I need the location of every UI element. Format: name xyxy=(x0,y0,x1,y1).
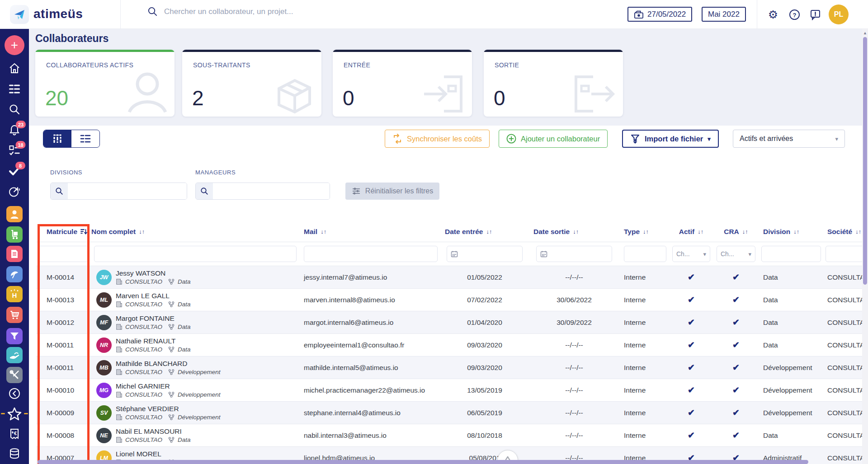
sort-icon: ↓↑ xyxy=(321,228,326,235)
date-picker-label: 27/05/2022 xyxy=(647,10,686,19)
search-input[interactable] xyxy=(164,7,417,16)
feedback-bubble-icon xyxy=(810,9,821,20)
column-header-matricule[interactable]: Matricule xyxy=(36,228,91,236)
feedback-button[interactable] xyxy=(809,8,821,21)
file-import-button[interactable]: Import de fichier ▾ xyxy=(622,130,719,148)
table-row[interactable]: M-00011 NR Nathalie RENAULT xyxy=(36,334,868,356)
actif-cell: ✔ xyxy=(669,408,713,418)
sidebar-item-tasks[interactable]: 18 xyxy=(9,145,21,156)
column-header-nom-complet[interactable]: Nom complet ↓↑ xyxy=(91,228,299,236)
sort-filter-icon xyxy=(80,228,87,235)
table-row[interactable]: M-00012 MF Margot FONTAINE xyxy=(36,311,868,334)
column-header-division[interactable]: Division ↓↑ xyxy=(759,228,823,236)
document-icon xyxy=(10,249,19,259)
sidebar-item-documents[interactable] xyxy=(6,246,23,262)
date-picker-button[interactable]: 27/05/2022 xyxy=(627,7,692,22)
sync-costs-button[interactable]: Synchroniser les coûts xyxy=(385,130,490,148)
table-row[interactable]: M-00008 NE Nabil EL MANSOURI xyxy=(36,424,868,447)
settings-button[interactable]: ⚙ xyxy=(767,8,779,21)
exit-watermark-icon xyxy=(571,72,617,114)
sidebar-item-absences[interactable] xyxy=(6,266,23,282)
month-picker-button[interactable]: Mai 2022 xyxy=(702,7,746,22)
column-header-date-sortie[interactable]: Date sortie ↓↑ xyxy=(529,228,619,236)
sidebar-item-logistics[interactable] xyxy=(6,226,23,243)
select-placeholder: Ch... xyxy=(721,250,734,258)
column-label: Actif xyxy=(679,228,694,236)
team-name: Développement xyxy=(178,414,221,421)
column-label: Division xyxy=(763,228,790,236)
global-search[interactable] xyxy=(147,6,417,17)
receipt-euro-icon: € xyxy=(9,428,20,440)
column-header-type[interactable]: Type ↓↑ xyxy=(619,228,669,236)
avatar-initials: NE xyxy=(100,432,108,439)
sort-icon: ↓↑ xyxy=(643,228,649,235)
sidebar-item-reports[interactable] xyxy=(9,186,21,198)
matricule-cell: M-00011 xyxy=(36,341,91,349)
chevron-down-icon: ▾ xyxy=(748,251,751,258)
list-view-button[interactable] xyxy=(71,130,99,147)
column-header-societe[interactable]: Société ↓↑ xyxy=(823,228,868,236)
table-row[interactable]: M-00009 SV Stéphane VERDIER xyxy=(36,402,868,424)
sidebar-item-search[interactable] xyxy=(9,103,20,115)
add-button[interactable]: + xyxy=(5,35,24,55)
column-header-cra[interactable]: CRA ↓↑ xyxy=(713,228,759,236)
table-row[interactable]: M-00014 JW Jessy WATSON xyxy=(36,266,868,289)
vertical-scrollbar[interactable]: ▲ xyxy=(862,29,868,464)
sidebar-item-validations[interactable]: 8 xyxy=(8,165,21,176)
sidebar-item-back[interactable] xyxy=(8,387,21,400)
date-entree-filter[interactable] xyxy=(447,246,523,262)
add-collaborator-button[interactable]: Ajouter un collaborateur xyxy=(499,130,608,148)
name-filter-input[interactable] xyxy=(98,250,292,258)
help-button[interactable]: ? xyxy=(788,8,801,21)
sidebar-item-purchases[interactable] xyxy=(6,307,23,323)
column-header-mail[interactable]: Mail ↓↑ xyxy=(299,228,440,236)
sidebar-item-services[interactable] xyxy=(6,347,23,363)
user-avatar[interactable]: PL xyxy=(829,5,849,24)
mail-cell: michel.practicemanager22@atimeus.io xyxy=(299,386,440,394)
sync-icon xyxy=(392,134,402,144)
cra-filter-select[interactable]: Ch... ▾ xyxy=(717,246,755,262)
date-sortie-filter[interactable] xyxy=(536,246,612,262)
sidebar-item-hotel[interactable]: H xyxy=(6,286,23,302)
scope-select[interactable]: Actifs et arrivées ▾ xyxy=(733,130,845,148)
mail-filter-input[interactable] xyxy=(308,250,434,258)
column-label: Date entrée xyxy=(445,228,483,236)
vertical-scrollbar-thumb[interactable] xyxy=(863,37,867,285)
company-division-subline: CONSULTAO Data xyxy=(116,323,191,330)
date-entree-cell: 13/05/2019 xyxy=(440,386,529,394)
sidebar-item-notifications[interactable]: 23 xyxy=(9,124,20,136)
sidebar-item-tools[interactable] xyxy=(6,367,23,383)
reset-filters-button[interactable]: Réinitialiser les filtres xyxy=(345,183,439,200)
table-row[interactable]: M-00013 ML Marven LE GALL xyxy=(36,289,868,311)
app-logo[interactable] xyxy=(10,5,29,24)
type-cell: Interne xyxy=(619,273,669,281)
sidebar-item-pipeline[interactable] xyxy=(6,328,23,344)
matricule-filter-input[interactable] xyxy=(42,250,85,258)
collaborator-name: Nathalie RENAULT xyxy=(116,337,191,345)
table-row[interactable]: M-00011 MB Mathilde BLANCHARD xyxy=(36,356,868,379)
sort-icon: ↓↑ xyxy=(573,228,579,235)
card-collaborateurs-actifs: COLLABORATEURS ACTIFS 20 xyxy=(35,50,175,117)
column-header-actif[interactable]: Actif ↓↑ xyxy=(669,228,713,236)
type-filter-input[interactable] xyxy=(628,250,662,258)
cra-cell: ✔ xyxy=(713,340,759,350)
column-header-date-entree[interactable]: Date entrée ↓↑ xyxy=(440,228,529,236)
sidebar-item-home[interactable] xyxy=(9,62,20,74)
horizontal-scrollbar-thumb[interactable] xyxy=(38,460,808,464)
sidebar-item-menu[interactable] xyxy=(9,84,21,94)
sidebar-item-invoices[interactable]: € xyxy=(9,428,20,440)
avatar-initials: ML xyxy=(100,297,108,303)
board-view-button[interactable] xyxy=(43,130,71,147)
division-filter-input[interactable] xyxy=(765,250,817,258)
actif-filter-select[interactable]: Ch... ▾ xyxy=(672,246,710,262)
table-row[interactable]: M-00010 MG Michel GARNIER xyxy=(36,379,868,402)
date-sortie-cell: --/--/-- xyxy=(529,341,619,349)
managers-search-input[interactable] xyxy=(213,183,330,199)
team-name: Développement xyxy=(178,369,221,375)
sidebar-item-favorites[interactable] xyxy=(5,406,24,422)
check-icon: ✔ xyxy=(732,272,740,282)
sidebar-item-collaborators[interactable] xyxy=(6,206,23,222)
divisions-search-input[interactable] xyxy=(68,183,187,199)
sidebar-item-database[interactable] xyxy=(9,448,20,459)
avatar: NR xyxy=(96,337,112,353)
